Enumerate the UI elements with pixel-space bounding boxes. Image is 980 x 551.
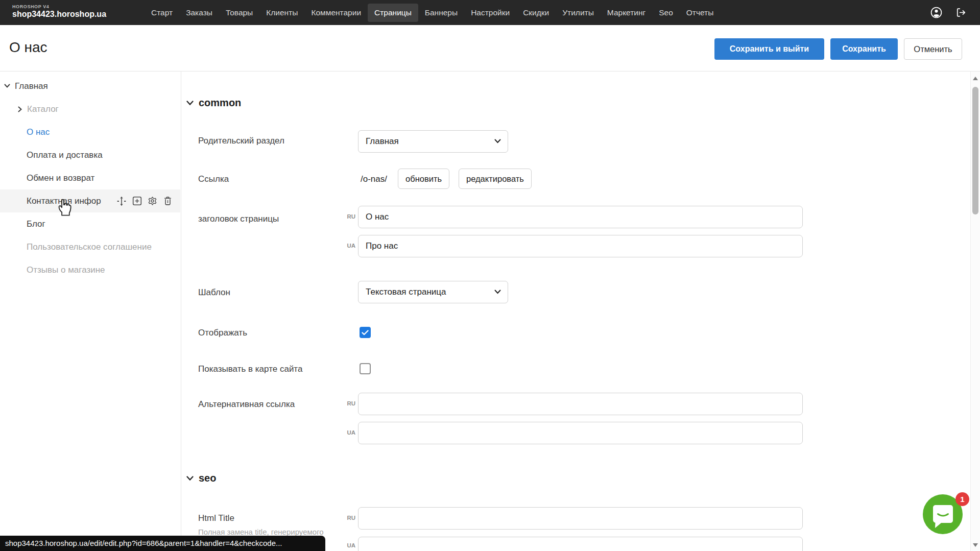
gear-icon bbox=[148, 196, 157, 206]
scroll-thumb[interactable] bbox=[972, 87, 978, 214]
brand-domain: shop34423.horoshop.ua bbox=[12, 10, 106, 19]
tree-item-5[interactable]: Обмен и возврат bbox=[0, 166, 180, 189]
page-title-ru-input[interactable] bbox=[358, 206, 803, 228]
template-label: Шаблон bbox=[198, 288, 230, 298]
lang-badge-ua: UA bbox=[341, 542, 355, 548]
html-title-ua-input[interactable] bbox=[358, 537, 803, 551]
html-title-label: Html Title bbox=[198, 513, 234, 523]
chevron-down-icon bbox=[494, 290, 501, 294]
tree-item-2[interactable]: Каталог bbox=[0, 98, 180, 121]
chevron-right-icon bbox=[18, 106, 22, 112]
scroll-down-arrow[interactable] bbox=[973, 543, 978, 547]
link-label: Ссылка bbox=[198, 174, 229, 184]
display-checkbox[interactable] bbox=[360, 327, 371, 338]
scroll-up-arrow[interactable] bbox=[973, 77, 978, 80]
page-title-label: заголовок страницы bbox=[198, 214, 279, 224]
mouse-cursor-hand bbox=[55, 197, 73, 219]
account-icon[interactable] bbox=[930, 6, 943, 19]
brand[interactable]: HOROSHOP V4 shop34423.horoshop.ua bbox=[12, 4, 106, 19]
sidebar-divider bbox=[181, 71, 181, 551]
move-icon bbox=[116, 196, 127, 206]
tree-item-4[interactable]: Оплата и доставка bbox=[0, 143, 180, 166]
header-divider bbox=[0, 71, 980, 71]
tree-item-8[interactable]: Пользовательское соглашение bbox=[0, 235, 180, 258]
nav-item-2[interactable]: Заказы bbox=[179, 4, 219, 22]
section-seo[interactable]: seo bbox=[186, 472, 216, 484]
nav-item-4[interactable]: Клиенты bbox=[259, 4, 304, 22]
tree-item-label: О нас bbox=[27, 127, 50, 137]
tree-item-label: Отзывы о магазине bbox=[27, 265, 105, 275]
trash-icon bbox=[163, 196, 173, 206]
trash-icon[interactable] bbox=[163, 196, 173, 206]
lang-badge-ru: RU bbox=[341, 213, 355, 220]
tree-item-label: Оплата и доставка bbox=[27, 150, 103, 160]
link-path: /o-nas/ bbox=[361, 174, 387, 184]
tree-item-9[interactable]: Отзывы о магазине bbox=[0, 258, 180, 281]
alt-link-label: Альтернативная ссылка bbox=[198, 399, 295, 410]
sitemap-checkbox[interactable] bbox=[360, 363, 371, 374]
chevron-down-icon bbox=[186, 476, 194, 481]
tree-item-label: Каталог bbox=[27, 104, 59, 114]
add-icon bbox=[132, 196, 142, 206]
tree-item-label: Главная bbox=[15, 81, 48, 91]
check-icon bbox=[362, 330, 369, 336]
lang-badge-ua: UA bbox=[341, 429, 355, 436]
tree-item-7[interactable]: Блог bbox=[0, 212, 180, 235]
page-title-ua-input[interactable] bbox=[358, 235, 803, 257]
cancel-button[interactable]: Отменить bbox=[904, 38, 962, 60]
sitemap-label: Показывать в карте сайта bbox=[198, 364, 302, 374]
save-button[interactable]: Сохранить bbox=[830, 38, 898, 60]
main-nav: СтартЗаказыТоварыКлиентыКомментарииСтран… bbox=[145, 0, 720, 25]
lang-badge-ru: RU bbox=[341, 400, 355, 406]
chevron-down-icon bbox=[494, 139, 501, 143]
nav-item-10[interactable]: Утилиты bbox=[556, 4, 601, 22]
scrollbar[interactable] bbox=[970, 71, 980, 551]
alt-link-ru-input[interactable] bbox=[358, 393, 803, 415]
tree-item-3[interactable]: О нас bbox=[0, 121, 180, 143]
nav-item-11[interactable]: Маркетинг bbox=[601, 4, 652, 22]
html-title-hint: Полная замена title, генерируемого bbox=[198, 528, 324, 536]
display-label: Отображать bbox=[198, 328, 247, 338]
section-common[interactable]: common bbox=[186, 97, 241, 109]
nav-item-7[interactable]: Баннеры bbox=[418, 4, 464, 22]
tree-item-label: Пользовательское соглашение bbox=[27, 242, 152, 252]
brand-version: HOROSHOP V4 bbox=[12, 4, 106, 9]
nav-right bbox=[930, 0, 967, 25]
link-edit-button[interactable]: редактировать bbox=[459, 169, 532, 189]
html-title-ru-input[interactable] bbox=[358, 507, 803, 530]
tree-item-6[interactable]: Контактная инфор bbox=[0, 189, 180, 212]
page-title: О нас bbox=[9, 39, 47, 56]
chat-unread-badge: 1 bbox=[955, 492, 969, 506]
parent-section-label: Родительский раздел bbox=[198, 136, 284, 146]
tree-item-label: Блог bbox=[27, 219, 45, 229]
save-exit-button[interactable]: Сохранить и выйти bbox=[714, 38, 824, 60]
nav-item-5[interactable]: Комментарии bbox=[304, 4, 368, 22]
nav-item-3[interactable]: Товары bbox=[219, 4, 259, 22]
nav-item-1[interactable]: Старт bbox=[145, 4, 179, 22]
nav-item-8[interactable]: Настройки bbox=[464, 4, 516, 22]
lang-badge-ru: RU bbox=[341, 515, 355, 521]
add-icon[interactable] bbox=[132, 196, 142, 206]
tree-item-1[interactable]: Главная bbox=[0, 75, 180, 98]
lang-badge-ua: UA bbox=[341, 243, 355, 249]
parent-section-select[interactable]: Главная bbox=[358, 130, 508, 153]
gear-icon[interactable] bbox=[148, 196, 157, 206]
nav-item-12[interactable]: Seo bbox=[652, 4, 680, 22]
chevron-down-icon bbox=[186, 101, 194, 106]
nav-item-13[interactable]: Отчеты bbox=[680, 4, 721, 22]
tree-item-actions bbox=[116, 189, 173, 212]
tree-item-label: Обмен и возврат bbox=[27, 173, 94, 183]
nav-item-6[interactable]: Страницы bbox=[368, 4, 418, 22]
move-icon[interactable] bbox=[116, 196, 127, 206]
template-select[interactable]: Текстовая страница bbox=[358, 281, 508, 303]
link-refresh-button[interactable]: обновить bbox=[398, 169, 449, 189]
top-navbar: HOROSHOP V4 shop34423.horoshop.ua СтартЗ… bbox=[0, 0, 980, 25]
status-url-tooltip: shop34423.horoshop.ua/edit/edit.php?id=6… bbox=[0, 536, 325, 551]
logout-icon[interactable] bbox=[955, 7, 967, 18]
app: HOROSHOP V4 shop34423.horoshop.ua СтартЗ… bbox=[0, 0, 980, 551]
nav-item-9[interactable]: Скидки bbox=[516, 4, 556, 22]
alt-link-ua-input[interactable] bbox=[358, 422, 803, 444]
chevron-down-icon bbox=[4, 84, 10, 88]
